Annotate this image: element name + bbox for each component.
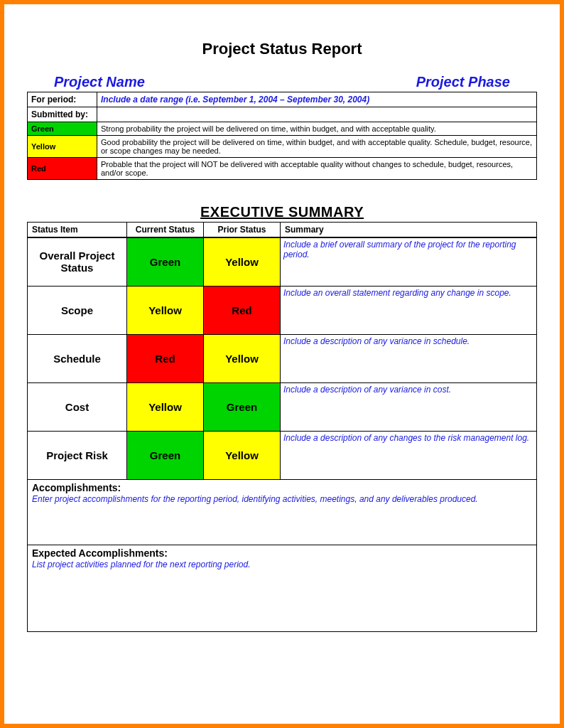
page: Project Status Report Project Name Proje… xyxy=(0,0,564,728)
status-item: Schedule xyxy=(28,334,127,382)
current-status-cell: Green xyxy=(127,431,204,479)
current-status-cell: Yellow xyxy=(127,382,204,431)
project-name-label: Project Name xyxy=(54,74,145,90)
submitted-by-value xyxy=(97,107,537,122)
prior-status-cell: Yellow xyxy=(204,237,281,286)
project-phase-label: Project Phase xyxy=(416,74,510,90)
legend-swatch-yellow: Yellow xyxy=(28,136,97,158)
legend-desc-green: Strong probability the project will be d… xyxy=(97,122,537,136)
accomplishments-row: Accomplishments: Enter project accomplis… xyxy=(28,479,537,545)
expected-hint: List project activities planned for the … xyxy=(32,560,532,569)
summary-cell: Include an overall statement regarding a… xyxy=(281,286,537,334)
table-row: Project Risk Green Yellow Include a desc… xyxy=(28,431,537,479)
legend-swatch-green: Green xyxy=(28,122,97,136)
table-row: Scope Yellow Red Include an overall stat… xyxy=(28,286,537,334)
prior-status-cell: Yellow xyxy=(204,334,281,382)
accomplishments-label: Accomplishments: xyxy=(32,482,121,493)
info-table: For period: Include a date range (i.e. S… xyxy=(27,92,537,180)
col-current-status: Current Status xyxy=(127,223,204,238)
current-status-cell: Yellow xyxy=(127,286,204,334)
legend-swatch-red: Red xyxy=(28,158,97,180)
prior-status-cell: Green xyxy=(204,382,281,431)
summary-cell: Include a brief overall summary of the p… xyxy=(281,237,537,286)
table-row: Cost Yellow Green Include a description … xyxy=(28,382,537,431)
summary-header-row: Status Item Current Status Prior Status … xyxy=(28,223,537,238)
submitted-by-label: Submitted by: xyxy=(28,107,97,122)
summary-cell: Include a description of any variance in… xyxy=(281,382,537,431)
document-title: Project Status Report xyxy=(27,40,537,58)
summary-table: Status Item Current Status Prior Status … xyxy=(27,222,537,632)
status-item: Project Risk xyxy=(28,431,127,479)
for-period-value: Include a date range (i.e. September 1, … xyxy=(97,92,537,107)
current-status-cell: Red xyxy=(127,334,204,382)
summary-cell: Include a description of any changes to … xyxy=(281,431,537,479)
prior-status-cell: Red xyxy=(204,286,281,334)
legend-desc-red: Probable that the project will NOT be de… xyxy=(97,158,537,180)
table-row: Overall Project Status Green Yellow Incl… xyxy=(28,237,537,286)
col-prior-status: Prior Status xyxy=(204,223,281,238)
prior-status-cell: Yellow xyxy=(204,431,281,479)
for-period-label: For period: xyxy=(28,92,97,107)
col-status-item: Status Item xyxy=(28,223,127,238)
header-labels: Project Name Project Phase xyxy=(27,74,537,92)
legend-desc-yellow: Good probability the project will be del… xyxy=(97,136,537,158)
accomplishments-hint: Enter project accomplishments for the re… xyxy=(32,494,532,504)
table-row: Schedule Red Yellow Include a descriptio… xyxy=(28,334,537,382)
executive-summary-heading: EXECUTIVE SUMMARY xyxy=(27,204,537,220)
status-item: Overall Project Status xyxy=(28,237,127,286)
summary-cell: Include a description of any variance in… xyxy=(281,334,537,382)
expected-accomplishments-row: Expected Accomplishments: List project a… xyxy=(28,545,537,631)
status-item: Cost xyxy=(28,382,127,431)
col-summary: Summary xyxy=(281,223,537,238)
expected-label: Expected Accomplishments: xyxy=(32,547,168,559)
status-item: Scope xyxy=(28,286,127,334)
current-status-cell: Green xyxy=(127,237,204,286)
